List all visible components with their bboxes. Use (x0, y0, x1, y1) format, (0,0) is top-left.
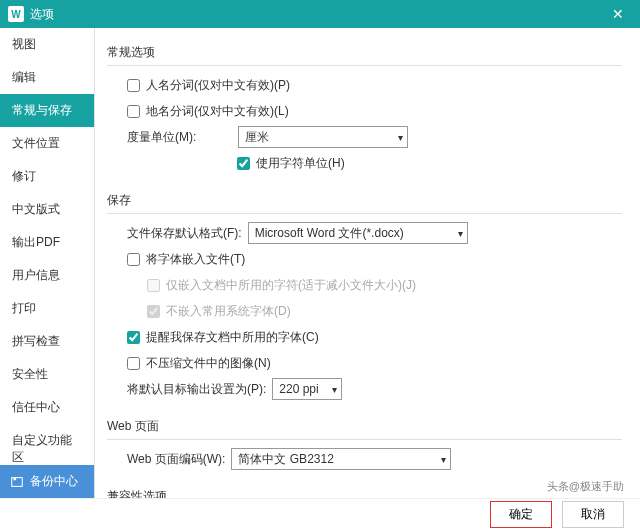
sidebar-item-file-location[interactable]: 文件位置 (0, 127, 94, 160)
section-web-title: Web 页面 (107, 418, 622, 435)
default-res-select[interactable]: 220 ppi (272, 378, 342, 400)
sidebar-item-trust-center[interactable]: 信任中心 (0, 391, 94, 424)
checkbox-embed-fonts[interactable]: 将字体嵌入文件(T) (127, 251, 245, 268)
sidebar-item-output-pdf[interactable]: 输出PDF (0, 226, 94, 259)
watermark: 头条@极速手助 (543, 478, 628, 495)
checkbox-name-seg[interactable]: 人名分词(仅对中文有效)(P) (127, 77, 290, 94)
backup-label: 备份中心 (30, 473, 78, 490)
checkbox-char-unit[interactable]: 使用字符单位(H) (237, 155, 345, 172)
sidebar-item-print[interactable]: 打印 (0, 292, 94, 325)
cancel-button[interactable]: 取消 (562, 501, 624, 528)
sidebar-item-general-save[interactable]: 常规与保存 (0, 94, 94, 127)
default-fmt-select[interactable]: Microsoft Word 文件(*.docx) (248, 222, 468, 244)
default-fmt-label: 文件保存默认格式(F): (127, 225, 242, 242)
close-icon[interactable]: ✕ (604, 6, 632, 22)
unit-select[interactable]: 厘米 (238, 126, 408, 148)
sidebar-item-security[interactable]: 安全性 (0, 358, 94, 391)
ok-button[interactable]: 确定 (490, 501, 552, 528)
sidebar: 视图 编辑 常规与保存 文件位置 修订 中文版式 输出PDF 用户信息 打印 拼… (0, 28, 95, 498)
checkbox-embed-used-only: 仅嵌入文档中所用的字符(适于减小文件大小)(J) (147, 277, 416, 294)
checkbox-remind-fonts[interactable]: 提醒我保存文档中所用的字体(C) (127, 329, 319, 346)
checkbox-place-seg[interactable]: 地名分词(仅对中文有效)(L) (127, 103, 289, 120)
sidebar-item-edit[interactable]: 编辑 (0, 61, 94, 94)
sidebar-item-chinese-layout[interactable]: 中文版式 (0, 193, 94, 226)
section-save-title: 保存 (107, 192, 622, 209)
default-res-label: 将默认目标输出设置为(P): (127, 381, 266, 398)
svg-rect-1 (14, 477, 17, 480)
titlebar: W 选项 ✕ (0, 0, 640, 28)
section-general-title: 常规选项 (107, 44, 622, 61)
svg-rect-0 (12, 477, 23, 486)
sidebar-item-view[interactable]: 视图 (0, 28, 94, 61)
web-encoding-select[interactable]: 简体中文 GB2312 (231, 448, 451, 470)
sidebar-item-user-info[interactable]: 用户信息 (0, 259, 94, 292)
backup-icon (10, 475, 24, 489)
sidebar-item-spellcheck[interactable]: 拼写检查 (0, 325, 94, 358)
window-title: 选项 (30, 6, 604, 23)
sidebar-item-revision[interactable]: 修订 (0, 160, 94, 193)
backup-center-button[interactable]: 备份中心 (0, 465, 94, 498)
checkbox-no-sys-fonts: 不嵌入常用系统字体(D) (147, 303, 291, 320)
sidebar-item-customize-ribbon[interactable]: 自定义功能区 (0, 424, 94, 465)
footer: 确定 取消 (0, 498, 640, 529)
content-pane: 常规选项 人名分词(仅对中文有效)(P) 地名分词(仅对中文有效)(L) 度量单… (95, 28, 640, 498)
web-encoding-label: Web 页面编码(W): (127, 451, 225, 468)
checkbox-no-compress-img[interactable]: 不压缩文件中的图像(N) (127, 355, 271, 372)
unit-label: 度量单位(M): (127, 129, 196, 146)
app-icon: W (8, 6, 24, 22)
